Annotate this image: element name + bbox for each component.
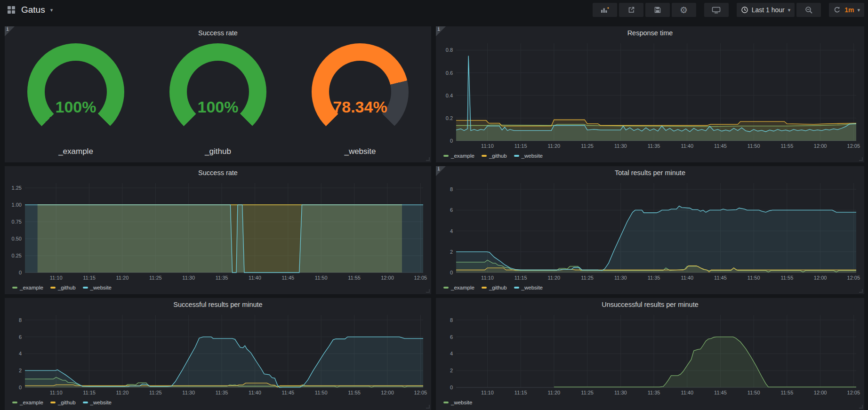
save-button[interactable] — [645, 3, 670, 17]
legend-item[interactable]: _github — [50, 400, 76, 405]
unsuccessful-results-chart[interactable]: 11:1011:1511:2011:2511:3011:3511:4011:45… — [438, 310, 862, 398]
panel-title[interactable]: Successful results per minute — [5, 298, 431, 310]
panel-title[interactable]: Success rate — [5, 166, 431, 178]
svg-text:0.75: 0.75 — [12, 219, 22, 225]
legend-item[interactable]: _example — [443, 285, 474, 290]
legend-label: _website — [451, 400, 472, 405]
svg-text:11:45: 11:45 — [714, 390, 727, 395]
panel-unsuccessful-results: Unsuccessful results per minute 11:1011:… — [436, 298, 864, 410]
svg-text:8: 8 — [450, 317, 453, 323]
dashboard-title[interactable]: Gatus — [21, 5, 45, 15]
svg-text:11:35: 11:35 — [216, 275, 228, 281]
legend-swatch — [50, 402, 56, 403]
legend-swatch — [514, 287, 519, 289]
svg-text:11:35: 11:35 — [648, 143, 660, 149]
share-button[interactable] — [619, 3, 643, 17]
legend-item[interactable]: _website — [83, 400, 112, 405]
svg-text:11:30: 11:30 — [614, 390, 627, 395]
chevron-down-icon[interactable]: ▾ — [50, 8, 53, 13]
svg-text:0: 0 — [450, 270, 453, 275]
legend-label: _github — [58, 285, 76, 290]
legend-item[interactable]: _github — [50, 285, 76, 290]
response-time-chart[interactable]: 11:1011:1511:2011:2511:3011:3511:4011:45… — [438, 39, 862, 151]
legend-item[interactable]: _github — [482, 153, 507, 159]
svg-text:11:25: 11:25 — [149, 390, 162, 395]
svg-text:11:45: 11:45 — [281, 275, 294, 281]
svg-text:11:45: 11:45 — [714, 143, 727, 149]
svg-text:11:15: 11:15 — [83, 275, 96, 281]
settings-button[interactable]: ⚙ — [672, 3, 696, 17]
success-rate-chart[interactable]: 11:1011:1511:2011:2511:3011:3511:4011:45… — [7, 178, 429, 283]
legend-label: _github — [58, 400, 76, 405]
panel-title[interactable]: Success rate — [5, 26, 431, 39]
svg-text:11:10: 11:10 — [481, 275, 494, 281]
svg-text:11:30: 11:30 — [614, 275, 627, 281]
legend-item[interactable]: _example — [443, 153, 474, 159]
svg-text:11:55: 11:55 — [781, 275, 794, 281]
toolbar: ⚙ Last 1 hour ▾ — [593, 3, 868, 17]
share-icon — [627, 6, 635, 14]
svg-text:11:10: 11:10 — [50, 390, 63, 395]
legend-label: _website — [522, 285, 543, 290]
panel-title[interactable]: Unsuccessful results per minute — [436, 298, 864, 310]
legend-label: _website — [90, 400, 112, 405]
panel-info-corner[interactable]: i — [436, 26, 446, 36]
svg-text:2: 2 — [19, 368, 22, 373]
panel-info-corner[interactable]: i — [436, 166, 446, 176]
panel-success-rate-gauges: i Success rate 100% _example 100% _githu… — [5, 26, 431, 162]
svg-text:11:50: 11:50 — [315, 275, 328, 281]
clock-icon — [741, 6, 748, 14]
navbar: Gatus ▾ ⚙ — [0, 0, 868, 20]
svg-text:12:00: 12:00 — [381, 390, 394, 395]
add-panel-icon — [601, 6, 609, 14]
chart-legend: _example_github_website — [5, 398, 431, 407]
time-range-picker[interactable]: Last 1 hour ▾ — [737, 3, 795, 17]
chart-legend: _example_github_website — [436, 151, 864, 161]
refresh-icon — [833, 6, 841, 14]
svg-text:11:55: 11:55 — [781, 143, 794, 149]
legend-label: _example — [451, 153, 474, 159]
panel-title[interactable]: Total results per minute — [436, 166, 864, 178]
svg-text:11:15: 11:15 — [83, 390, 96, 395]
gauge-value: 78.34% — [289, 98, 431, 116]
gauge-label: _github — [147, 147, 289, 156]
legend-item[interactable]: _website — [514, 153, 543, 159]
dashboards-grid-icon[interactable] — [7, 5, 16, 15]
svg-text:11:20: 11:20 — [548, 275, 561, 281]
successful-results-chart[interactable]: 11:1011:1511:2011:2511:3011:3511:4011:45… — [7, 310, 429, 398]
svg-text:11:40: 11:40 — [249, 390, 261, 395]
legend-item[interactable]: _website — [514, 285, 543, 290]
chevron-down-icon: ▾ — [788, 8, 791, 13]
info-icon: i — [437, 166, 440, 171]
legend-label: _github — [489, 285, 507, 290]
svg-text:12:00: 12:00 — [381, 275, 394, 281]
svg-text:11:55: 11:55 — [781, 390, 794, 395]
refresh-interval-picker[interactable]: 1m ▾ — [829, 3, 864, 17]
svg-text:4: 4 — [450, 351, 453, 356]
zoom-out-icon — [805, 6, 813, 14]
svg-text:11:35: 11:35 — [216, 390, 228, 395]
panel-title[interactable]: Response time — [436, 26, 864, 39]
gear-icon: ⚙ — [680, 6, 688, 15]
add-panel-button[interactable] — [593, 3, 617, 17]
panel-info-corner[interactable]: i — [5, 26, 15, 36]
legend-item[interactable]: _website — [443, 400, 472, 405]
svg-text:11:25: 11:25 — [581, 143, 594, 149]
tv-mode-button[interactable] — [704, 3, 729, 17]
total-results-chart[interactable]: 11:1011:1511:2011:2511:3011:3511:4011:45… — [438, 178, 862, 283]
svg-text:0: 0 — [450, 138, 453, 144]
legend-item[interactable]: _website — [83, 285, 112, 290]
svg-text:2: 2 — [450, 249, 453, 255]
legend-item[interactable]: _github — [482, 285, 507, 290]
zoom-out-button[interactable] — [796, 3, 821, 17]
legend-swatch — [482, 287, 487, 289]
legend-item[interactable]: _example — [12, 285, 43, 290]
gauge-label: _website — [289, 147, 431, 156]
svg-text:11:30: 11:30 — [182, 275, 195, 281]
legend-swatch — [12, 402, 17, 403]
legend-item[interactable]: _example — [12, 400, 43, 405]
svg-text:11:15: 11:15 — [514, 275, 527, 281]
svg-text:11:20: 11:20 — [548, 390, 561, 395]
svg-text:6: 6 — [19, 334, 22, 340]
legend-label: _website — [522, 153, 543, 159]
